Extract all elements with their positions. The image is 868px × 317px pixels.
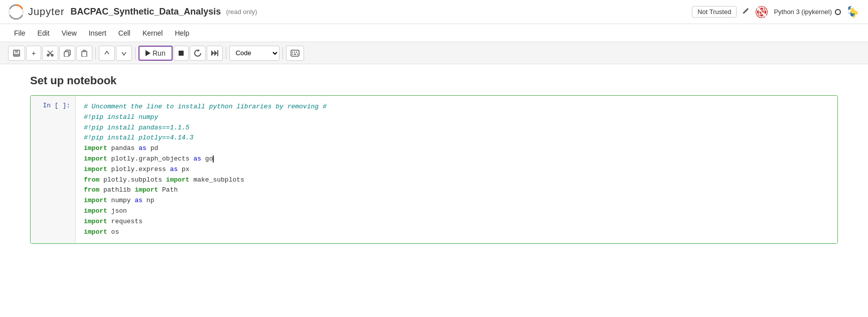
svg-rect-29 [292, 54, 293, 55]
separator-4 [282, 47, 283, 59]
cell-prompt: In [ ]: [31, 96, 76, 243]
keyboard-shortcut-button[interactable] [286, 46, 304, 61]
cursor [213, 155, 214, 163]
copy-icon [64, 50, 71, 57]
import-module-json: json [107, 207, 127, 215]
paste-button[interactable] [76, 46, 92, 61]
separator-1 [95, 47, 96, 59]
separator-2 [135, 47, 135, 59]
import-keyword-pathlib: import [134, 186, 158, 194]
svg-rect-17 [64, 52, 69, 57]
section-heading: Set up notebook [30, 74, 838, 87]
alias-go: go [201, 155, 213, 163]
from-keyword-pathlib: from [84, 186, 99, 194]
import-keyword-pandas: import [84, 144, 107, 152]
cell-content[interactable]: # Uncomment the line to install python l… [76, 96, 837, 243]
svg-rect-31 [297, 54, 298, 55]
import-module-px: plotly.express [107, 166, 170, 173]
paste-icon [81, 50, 88, 57]
readonly-badge: (read only) [226, 8, 257, 16]
move-down-button[interactable] [116, 46, 132, 61]
import-module-pandas: pandas [107, 144, 138, 152]
move-up-button[interactable] [99, 46, 115, 61]
restart-icon [194, 50, 201, 57]
menu-file[interactable]: File [8, 27, 32, 39]
from-keyword-subplots: from [84, 176, 99, 184]
svg-point-8 [854, 16, 855, 17]
import-keyword-os: import [84, 228, 107, 236]
import-module-go: plotly.graph_objects [107, 155, 194, 163]
import-module-pathlib: pathlib [99, 186, 134, 194]
comment-line-3: #!pip install pandas==1.1.5 [84, 124, 190, 131]
title-bar-right: Not Trusted Python 3 (ipykernel) [692, 5, 860, 19]
no-internet-icon [755, 5, 769, 19]
svg-marker-23 [214, 50, 217, 56]
add-cell-button[interactable]: + [26, 46, 41, 61]
svg-rect-10 [15, 50, 18, 53]
stop-icon [178, 50, 184, 56]
import-module-subplots: plotly.subplots [99, 176, 166, 184]
keyboard-icon [291, 50, 300, 57]
alias-px: px [178, 166, 189, 173]
svg-rect-27 [294, 52, 295, 53]
alias-pd: pd [147, 144, 158, 152]
restart-button[interactable] [190, 46, 206, 61]
import-keyword-json: import [84, 207, 107, 215]
svg-rect-11 [14, 54, 19, 56]
as-keyword-pandas: as [138, 144, 147, 152]
as-keyword-px: as [170, 166, 178, 173]
import-module-os: os [107, 228, 119, 236]
import-name-subplots: make_subplots [190, 176, 244, 184]
svg-rect-26 [292, 52, 293, 53]
title-bar: Jupyter BACPAC_Synthetic_Data_Analysis (… [0, 0, 868, 24]
edit-pencil-button[interactable] [742, 7, 750, 17]
menu-edit[interactable]: Edit [32, 27, 56, 39]
menu-kernel[interactable]: Kernel [136, 27, 169, 39]
fast-forward-icon [211, 50, 218, 56]
notebook-title[interactable]: BACPAC_Synthetic_Data_Analysis [71, 7, 221, 17]
play-icon [146, 50, 151, 56]
as-keyword-go: as [193, 155, 201, 163]
python-logo [846, 5, 860, 19]
run-button[interactable]: Run [138, 46, 173, 61]
import-keyword-px: import [84, 166, 107, 173]
cell-type-select[interactable]: Code [229, 46, 279, 61]
comment-line-2: #!pip install numpy [84, 113, 158, 121]
import-keyword-requests: import [84, 218, 107, 225]
separator-3 [226, 47, 226, 59]
save-icon [13, 49, 21, 57]
code-cell[interactable]: In [ ]: # Uncomment the line to install … [30, 95, 838, 244]
svg-rect-30 [294, 54, 296, 55]
stop-button[interactable] [174, 46, 189, 61]
notebook-content: Set up notebook In [ ]: # Uncomment the … [0, 64, 868, 265]
svg-marker-20 [146, 50, 151, 56]
alias-np: np [142, 197, 154, 204]
arrow-up-icon [103, 50, 110, 57]
as-keyword-numpy: as [134, 197, 142, 204]
arrow-down-icon [120, 50, 127, 57]
kernel-info: Python 3 (ipykernel) [774, 8, 841, 16]
menu-bar: File Edit View Insert Cell Kernel Help [0, 24, 868, 42]
svg-rect-25 [291, 50, 299, 56]
comment-line-1: # Uncomment the line to install python l… [84, 103, 327, 110]
svg-point-7 [851, 7, 852, 8]
comment-line-4: #!pip install plotly==4.14.3 [84, 134, 193, 141]
cut-button[interactable] [42, 46, 58, 61]
svg-marker-22 [211, 50, 214, 56]
menu-help[interactable]: Help [169, 27, 195, 39]
not-trusted-button[interactable]: Not Trusted [692, 6, 737, 18]
import-name-path: Path [158, 186, 178, 194]
jupyter-text: Jupyter [28, 6, 65, 18]
pencil-icon [742, 7, 750, 15]
import-module-requests: requests [107, 218, 142, 225]
jupyter-logo: Jupyter [8, 4, 65, 20]
menu-cell[interactable]: Cell [112, 27, 136, 39]
import-keyword-numpy: import [84, 197, 107, 204]
menu-insert[interactable]: Insert [83, 27, 112, 39]
menu-view[interactable]: View [56, 27, 83, 39]
fast-forward-button[interactable] [207, 46, 223, 61]
jupyter-icon [8, 4, 24, 20]
save-button[interactable] [8, 46, 25, 61]
copy-button[interactable] [59, 46, 75, 61]
cut-icon [47, 50, 54, 57]
